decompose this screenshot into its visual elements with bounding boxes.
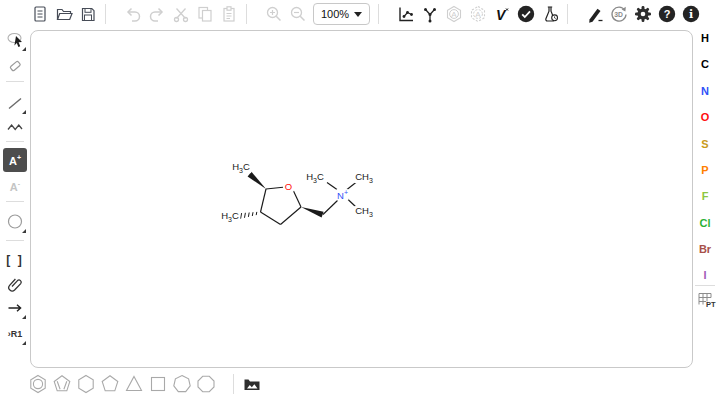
- element-O-button[interactable]: O: [692, 109, 718, 125]
- chain-icon: [5, 117, 25, 137]
- atom-label-methyl[interactable]: H3C: [305, 172, 325, 184]
- charge-minus-tool[interactable]: A-: [3, 174, 27, 198]
- single-bond-tool[interactable]: [3, 91, 27, 115]
- element-P-button[interactable]: P: [692, 162, 718, 178]
- copy-button[interactable]: [193, 2, 217, 26]
- template-library-button[interactable]: [240, 372, 264, 396]
- layout-icon: [396, 4, 416, 24]
- template-benzene-button[interactable]: [26, 372, 50, 396]
- element-Br-button[interactable]: Br: [692, 241, 718, 257]
- rgroup-label: ›R1: [8, 329, 23, 339]
- charge-plus-tool[interactable]: A+: [3, 148, 27, 172]
- sgroup-tool[interactable]: [ ]: [3, 248, 27, 272]
- drawing-canvas[interactable]: H3C O H3C N+ H3C CH3 CH3: [30, 30, 693, 368]
- toolbar-divider: [6, 81, 24, 82]
- redo-button[interactable]: [145, 2, 169, 26]
- cycloheptane-icon: [171, 373, 193, 395]
- redo-icon: [147, 4, 167, 24]
- zoom-level-value: 100%: [321, 8, 349, 20]
- atom-label-methyl[interactable]: H3C: [220, 211, 240, 223]
- paste-clipboard-icon: [219, 4, 239, 24]
- periodic-table-button[interactable]: PT: [694, 288, 718, 312]
- atom-label-methyl[interactable]: CH3: [354, 206, 374, 218]
- template-cycloheptane-button[interactable]: [170, 372, 194, 396]
- element-N-button[interactable]: N: [692, 83, 718, 99]
- aromatize-button[interactable]: A: [442, 2, 466, 26]
- element-H-button[interactable]: H: [692, 30, 718, 46]
- template-cyclopropane-button[interactable]: [122, 372, 146, 396]
- svg-text:A: A: [451, 10, 457, 19]
- top-toolbar: 100% A A V: [0, 0, 720, 28]
- atom-label-methyl[interactable]: H3C: [231, 162, 251, 174]
- chain-tool[interactable]: [3, 115, 27, 139]
- check-circle-icon: [516, 4, 536, 24]
- cyclohexane-icon: [75, 373, 97, 395]
- lasso-select-tool[interactable]: [3, 28, 27, 52]
- paste-button[interactable]: [217, 2, 241, 26]
- element-F-button[interactable]: F: [692, 188, 718, 204]
- help-icon: ?: [657, 4, 677, 24]
- flask-icon: [540, 4, 560, 24]
- template-cyclooctane-button[interactable]: [194, 372, 218, 396]
- cyclooctane-icon: [195, 373, 217, 395]
- toolbar-divider: [233, 374, 234, 394]
- attach-tool[interactable]: [3, 272, 27, 296]
- zoom-level-select[interactable]: 100%: [313, 3, 370, 25]
- atom-label-methyl[interactable]: CH3: [354, 172, 374, 184]
- clean-up-button[interactable]: [418, 2, 442, 26]
- zoom-in-icon: [264, 4, 284, 24]
- toolbar-divider: [567, 4, 568, 24]
- element-S-button[interactable]: S: [692, 136, 718, 152]
- molecule[interactable]: [31, 31, 692, 367]
- zoom-in-button[interactable]: [262, 2, 286, 26]
- caret-down-icon: [354, 12, 362, 17]
- element-C-button[interactable]: C: [692, 56, 718, 72]
- cut-button[interactable]: [169, 2, 193, 26]
- toolbar-divider: [6, 201, 24, 202]
- element-I-button[interactable]: I: [692, 267, 718, 283]
- benzene-icon: [27, 373, 49, 395]
- template-cyclopentadiene-button[interactable]: [50, 372, 74, 396]
- open-button[interactable]: [52, 2, 76, 26]
- toolbar-divider: [105, 4, 106, 24]
- reaction-arrow-tool[interactable]: [3, 296, 27, 320]
- copy-icon: [195, 4, 215, 24]
- recognize-button[interactable]: [583, 2, 607, 26]
- settings-button[interactable]: [631, 2, 655, 26]
- aromatize-icon: A: [444, 4, 464, 24]
- panel-divider: [695, 285, 715, 286]
- new-document-button[interactable]: [28, 2, 52, 26]
- save-button[interactable]: [76, 2, 100, 26]
- pen-icon: [585, 4, 605, 24]
- svg-text:?: ?: [664, 8, 671, 20]
- molecule-hash-bond: [241, 212, 257, 219]
- erase-tool[interactable]: [3, 54, 27, 78]
- charge-plus-label: A+: [9, 154, 21, 167]
- element-Cl-button[interactable]: Cl: [692, 215, 718, 231]
- dearomatize-icon: A: [468, 4, 488, 24]
- rgroup-tool[interactable]: ›R1: [3, 322, 27, 346]
- template-cyclopentane-button[interactable]: [98, 372, 122, 396]
- zoom-out-button[interactable]: [286, 2, 310, 26]
- 3d-viewer-button[interactable]: 3D: [607, 2, 631, 26]
- open-folder-icon: [54, 4, 74, 24]
- ellipse-shape-tool[interactable]: [3, 210, 27, 234]
- atom-label-oxygen[interactable]: O: [284, 182, 293, 192]
- help-button[interactable]: ?: [655, 2, 679, 26]
- about-button[interactable]: i: [679, 2, 703, 26]
- calculate-cip-button[interactable]: V: [490, 2, 514, 26]
- check-structure-button[interactable]: [514, 2, 538, 26]
- molecule-editor-app: { "top_toolbar": { "zoom_value": "100%",…: [0, 0, 720, 400]
- eraser-icon: [5, 56, 25, 76]
- template-cyclobutane-button[interactable]: [146, 372, 170, 396]
- template-cyclohexane-button[interactable]: [74, 372, 98, 396]
- svg-text:3D: 3D: [614, 11, 623, 18]
- template-library-icon: [241, 373, 263, 395]
- dearomatize-button[interactable]: A: [466, 2, 490, 26]
- layout-button[interactable]: [394, 2, 418, 26]
- undo-button[interactable]: [121, 2, 145, 26]
- cip-stereo-icon: V: [492, 4, 512, 24]
- paperclip-icon: [5, 274, 25, 294]
- atom-label-nitrogen[interactable]: N+: [336, 189, 349, 201]
- calculated-values-button[interactable]: [538, 2, 562, 26]
